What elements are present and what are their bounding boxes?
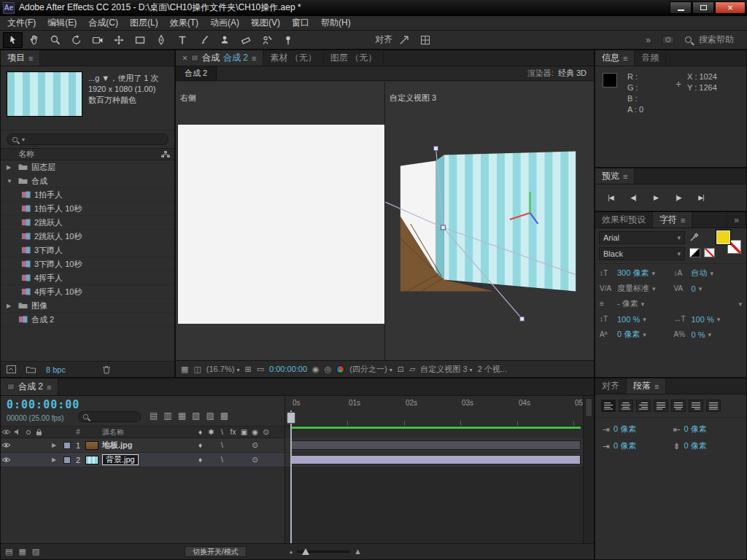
panel-menu-icon[interactable]: ≡ [47,383,51,392]
roto-brush-tool[interactable] [257,32,276,48]
show-channel-icon[interactable] [336,365,344,373]
tab-footage[interactable]: 素材 （无） [263,50,323,66]
tsume-field[interactable]: A% 0 % ▾ [671,327,746,342]
layer1-quality-switch[interactable]: ♦ [195,441,206,449]
project-item-comp[interactable]: 3下蹲人 [1,244,174,257]
quality-column-icon[interactable]: ♦ [195,428,206,436]
tab-project[interactable]: 项目 ≡ [1,50,40,66]
tab-timeline-comp2[interactable]: 合成 2 ≡ [1,378,58,395]
tab-layer[interactable]: 图层 （无） [324,50,384,66]
composition-mini-flowchart-icon[interactable]: ▤ [150,411,158,421]
graph-editor-icon[interactable]: ▩ [220,411,228,421]
hide-shy-layers-icon[interactable]: ▦ [178,411,186,421]
selection-tool[interactable] [3,32,23,48]
leading-field[interactable]: ↕A 自动 ▾ [671,265,746,281]
wireframe-handle[interactable] [434,147,438,151]
panel-overflow-icon[interactable]: » [727,212,746,228]
first-line-indent-field[interactable]: ⇥ 0 像素 [603,440,669,451]
panel-menu-icon[interactable]: ≡ [654,382,659,391]
snapshot-icon[interactable]: ◉ [312,365,320,374]
project-item-comp[interactable]: 2跳跃人 [1,216,174,230]
layer1-frame-blend-switch[interactable]: \ [217,441,228,449]
frame-blending-icon[interactable]: ▧ [192,411,200,421]
zoom-in-mountain-icon[interactable]: ▲ [354,547,362,556]
trash-icon[interactable] [102,365,111,374]
tab-effects-presets[interactable]: 效果和预设 [595,212,653,228]
search-help-icon[interactable] [685,36,692,43]
audio-column-icon[interactable] [12,429,23,435]
twirl-icon[interactable]: ▶ [7,164,15,171]
twirl-icon[interactable]: ▶ [7,303,15,309]
layer2-duration-bar[interactable] [291,455,581,464]
project-item-comps-folder[interactable]: ▼ 合成 [1,174,174,188]
frame-blend-column-icon[interactable]: \ [217,428,228,436]
align-right-button[interactable] [636,400,651,412]
default-fill-stroke-icon[interactable] [689,248,700,257]
fx-column-icon[interactable]: fx [228,428,239,436]
align-center-button[interactable] [619,400,633,412]
vertical-scale-field[interactable]: ↕T 100 % ▾ [597,311,671,327]
effects-column-icon[interactable]: ✱ [206,428,217,436]
time-ruler[interactable]: 0s 01s 02s 03s 04s 05s [285,396,583,427]
project-bit-depth[interactable]: 8 bpc [46,365,66,374]
timeline-zoom-slider[interactable]: ▴ ▲ [290,547,362,556]
indent-left-field[interactable]: ⇥ 0 像素 [603,424,669,435]
wireframe-handle[interactable] [520,316,525,321]
3d-column-icon[interactable]: ⊙ [260,428,271,436]
expand-in-out-icon[interactable]: ▨ [32,547,39,556]
timeline-scrollbar[interactable] [583,396,594,543]
expand-layer-switches-icon[interactable]: ▤ [5,547,12,556]
current-time-indicator-handle[interactable] [287,412,295,424]
puppet-pin-tool[interactable] [278,32,298,48]
project-item-comp[interactable]: 1拍手人 [1,188,174,202]
menu-file[interactable]: 文件(F) [1,16,42,30]
zoom-slider-handle[interactable] [302,548,309,555]
previous-frame-button[interactable]: ◀| [625,191,641,203]
layer1-name[interactable]: 地板.jpg [100,440,195,451]
expand-transfer-controls-icon[interactable]: ▦ [18,547,26,556]
panel-menu-icon[interactable]: ≡ [681,216,685,225]
layer1-3d-switch[interactable]: ⊙ [249,441,260,449]
adjustment-column-icon[interactable]: ▣ [239,428,249,436]
first-frame-button[interactable]: |◀ [603,191,619,203]
font-size-field[interactable]: ↕T 300 像素 ▾ [597,265,671,281]
tab-composition[interactable]: × 合成 合成 2 ≡ [176,50,263,66]
justify-last-right-button[interactable] [689,400,703,412]
view-layout-dropdown[interactable]: 2 个视... [478,364,507,375]
mask-visibility-icon[interactable]: ▭ [257,365,264,374]
timeline-search-input[interactable] [78,411,141,422]
wireframe-handle[interactable] [441,225,445,230]
layer-row-2[interactable]: ▶ 2 背景.jpg ♦ \ ⊙ [1,453,285,467]
search-dropdown-icon[interactable]: ▾ [22,136,25,143]
current-time-display[interactable]: 0:00:00:00 [7,398,80,411]
tab-preview[interactable]: 预览 ≡ [595,168,635,184]
tracking-field[interactable]: VA 0 ▾ [671,281,746,296]
layer-row-1[interactable]: ▶ 1 地板.jpg ♦ \ ⊙ [1,438,285,453]
menu-layer[interactable]: 图层(L) [124,16,164,30]
layer1-twirl-icon[interactable]: ▶ [52,442,61,448]
panel-menu-icon[interactable]: ≡ [252,54,256,63]
search-help-label[interactable]: 搜索帮助 [699,34,734,46]
tab-paragraph[interactable]: 段落 ≡ [627,378,666,394]
scrollbar-thumb[interactable] [585,398,592,417]
new-folder-icon[interactable] [26,366,36,373]
project-search-input[interactable]: ▾ [7,133,169,145]
menu-effect[interactable]: 效果(T) [164,16,204,30]
layer2-quality-switch[interactable]: ♦ [195,456,206,464]
project-item-comp2[interactable]: 合成 2 [1,313,174,327]
renderer-button[interactable]: 经典 3D [558,68,587,79]
zoom-tool[interactable] [45,32,65,48]
number-column-header[interactable]: # [72,428,84,436]
toggle-switches-modes-button[interactable]: 切换开关/模式 [185,546,247,557]
layer1-label-color[interactable] [63,442,71,449]
layer2-name-edit-input[interactable]: 背景.jpg [102,454,139,465]
layer2-visibility-toggle[interactable] [1,456,12,463]
layer1-track[interactable] [285,438,583,453]
project-item-comp[interactable]: 4挥手人 10秒 [1,285,174,299]
project-item-images-folder[interactable]: ▶ 图像 [1,299,174,313]
next-frame-button[interactable]: |▶ [670,191,686,203]
layer2-twirl-icon[interactable]: ▶ [52,456,61,463]
eyedropper-icon[interactable] [689,232,700,242]
layer2-frame-blend-switch[interactable]: \ [217,456,228,464]
maximize-button[interactable] [692,1,714,14]
